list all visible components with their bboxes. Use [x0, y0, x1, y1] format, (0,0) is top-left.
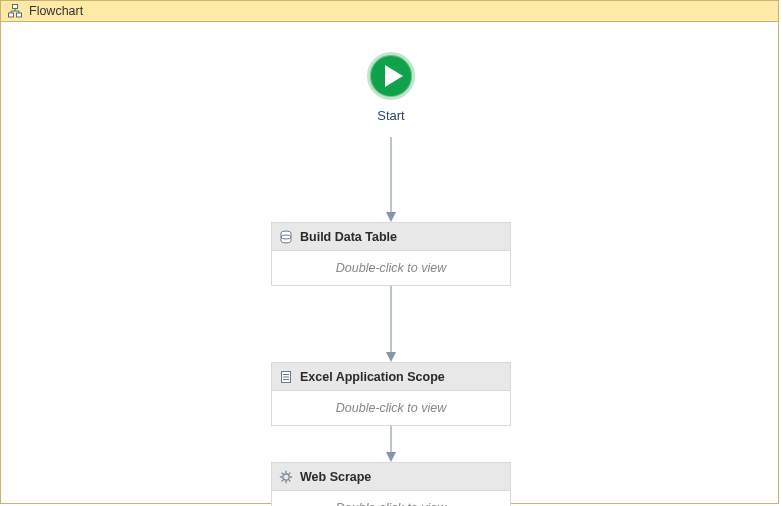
activity-hint: Double-click to view	[272, 251, 510, 285]
svg-marker-18	[386, 452, 396, 462]
activity-header: Build Data Table	[272, 223, 510, 251]
activity-web-scrape[interactable]: Web Scrape Double-click to view	[271, 462, 511, 506]
svg-line-27	[282, 479, 284, 481]
activity-header: Web Scrape	[272, 463, 510, 491]
gear-icon	[278, 469, 294, 485]
panel-title: Flowchart	[29, 4, 83, 18]
activity-hint: Double-click to view	[272, 391, 510, 425]
activity-hint: Double-click to view	[272, 491, 510, 506]
activity-title: Excel Application Scope	[300, 370, 445, 384]
activity-header: Excel Application Scope	[272, 363, 510, 391]
document-icon	[278, 369, 294, 385]
svg-point-19	[283, 473, 289, 479]
svg-line-24	[282, 472, 284, 474]
start-node[interactable]: Start	[358, 52, 424, 136]
connector-arrow	[389, 137, 393, 222]
panel-header: Flowchart	[1, 0, 778, 22]
connector-arrow	[389, 286, 393, 362]
flowchart-panel: Flowchart Start Build Data T	[0, 0, 779, 504]
flowchart-canvas[interactable]: Start Build Data Table Double-click to v…	[1, 22, 778, 503]
activity-title: Web Scrape	[300, 470, 371, 484]
svg-line-25	[289, 479, 291, 481]
svg-marker-8	[386, 212, 396, 222]
activity-excel-application-scope[interactable]: Excel Application Scope Double-click to …	[271, 362, 511, 426]
datatable-icon	[278, 229, 294, 245]
svg-rect-6	[17, 13, 22, 17]
flowchart-icon	[7, 3, 23, 19]
activity-build-data-table[interactable]: Build Data Table Double-click to view	[271, 222, 511, 286]
play-icon	[367, 52, 415, 100]
connector-arrow	[389, 426, 393, 462]
svg-marker-12	[386, 352, 396, 362]
svg-rect-5	[9, 13, 14, 17]
svg-line-26	[289, 472, 291, 474]
start-label: Start	[377, 108, 404, 123]
svg-rect-0	[13, 5, 18, 9]
activity-title: Build Data Table	[300, 230, 397, 244]
